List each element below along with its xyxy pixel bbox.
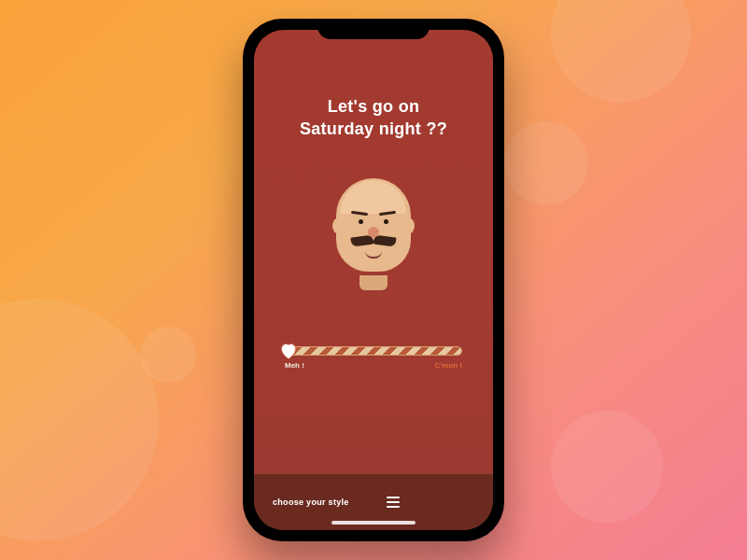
title-line: Saturday night ?? xyxy=(300,118,447,140)
title-line: Let's go on xyxy=(300,95,447,118)
menu-icon[interactable] xyxy=(387,497,400,508)
app-screen: Let's go on Saturday night ?? xyxy=(254,30,493,530)
slider-track[interactable] xyxy=(285,346,462,356)
main-content: Let's go on Saturday night ?? xyxy=(254,30,493,474)
background-circle xyxy=(140,327,196,383)
footer-label: choose your style xyxy=(273,497,349,507)
footer-bar: choose your style xyxy=(254,474,493,530)
title: Let's go on Saturday night ?? xyxy=(300,95,447,141)
avatar-illustration xyxy=(329,178,418,290)
mood-slider[interactable]: Meh ! C'mon ! xyxy=(285,346,462,370)
phone-frame: Let's go on Saturday night ?? xyxy=(243,19,504,541)
slider-labels: Meh ! C'mon ! xyxy=(285,361,462,370)
background-circle xyxy=(551,0,691,103)
phone-notch xyxy=(317,19,430,39)
home-indicator[interactable] xyxy=(331,521,416,525)
slider-label-left: Meh ! xyxy=(285,361,304,370)
background-circle xyxy=(504,121,588,205)
background-circle xyxy=(551,411,663,523)
slider-label-right: C'mon ! xyxy=(435,361,462,370)
heart-icon[interactable] xyxy=(278,341,299,361)
background-circle xyxy=(0,299,159,541)
